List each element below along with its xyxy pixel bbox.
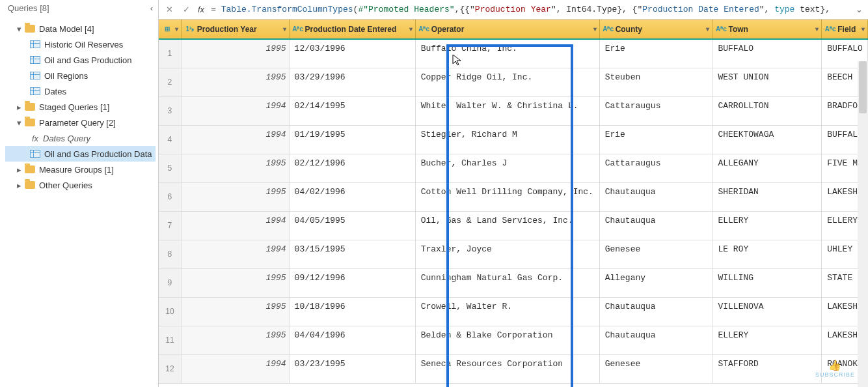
tree-folder[interactable]: ▸Staged Queries [1] xyxy=(5,99,156,115)
cell-operator[interactable]: Oil, Gas & Land Services, Inc. xyxy=(415,211,599,240)
cell-operator[interactable]: Buffalo China, Inc. xyxy=(415,39,599,68)
cell-date[interactable]: 04/02/1996 xyxy=(289,182,415,211)
cell-date[interactable]: 03/23/1995 xyxy=(289,354,415,383)
cell-date[interactable]: 02/12/1996 xyxy=(289,154,415,182)
cell-year[interactable]: 1995 xyxy=(181,182,289,211)
tree-item[interactable]: Oil and Gas Production xyxy=(5,52,156,68)
cell-county[interactable]: Erie xyxy=(599,39,712,68)
cell-operator[interactable]: Bucher, Charles J xyxy=(415,154,599,182)
collapse-sidebar-icon[interactable]: ‹ xyxy=(150,3,153,13)
cell-date[interactable]: 04/05/1995 xyxy=(289,211,415,240)
row-number[interactable]: 2 xyxy=(159,68,181,96)
cell-operator[interactable]: Cotton Well Drilling Company, Inc. xyxy=(415,182,599,211)
table-row[interactable]: 12199403/23/1995Seneca Resources Corpora… xyxy=(159,354,868,383)
datatype-icon[interactable]: Aᴮc xyxy=(716,25,726,34)
cell-town[interactable]: CARROLLTON xyxy=(712,96,822,125)
tree-item[interactable]: Historic Oil Reserves xyxy=(5,36,156,52)
expand-formula-icon[interactable]: ⌄ xyxy=(856,5,863,14)
scroll-thumb[interactable] xyxy=(859,61,867,113)
table-row[interactable]: 2199503/29/1996Copper Ridge Oil, Inc.Ste… xyxy=(159,68,868,96)
table-row[interactable]: 5199502/12/1996Bucher, Charles JCattarau… xyxy=(159,154,868,182)
row-number[interactable]: 6 xyxy=(159,182,181,211)
filter-dropdown-icon[interactable]: ▾ xyxy=(815,25,819,33)
table-row[interactable]: 9199509/12/1996Cunningham Natural Gas Co… xyxy=(159,268,868,297)
cell-operator[interactable]: Traxler, Joyce xyxy=(415,240,599,268)
cell-year[interactable]: 1995 xyxy=(181,268,289,297)
filter-dropdown-icon[interactable]: ▾ xyxy=(283,25,286,33)
cell-town[interactable]: VILLENOVA xyxy=(712,297,822,326)
cell-county[interactable]: Cattaraugus xyxy=(599,96,712,125)
cell-county[interactable]: Chautauqua xyxy=(599,211,712,240)
cell-operator[interactable]: Stiegler, Richard M xyxy=(415,125,599,154)
tree-folder[interactable]: ▾Data Model [4] xyxy=(5,21,156,36)
tree-folder[interactable]: ▾Parameter Query [2] xyxy=(5,115,156,130)
filter-dropdown-icon[interactable]: ▾ xyxy=(861,25,865,33)
column-header-op[interactable]: AᴮcOperator▾ xyxy=(415,20,599,39)
datatype-icon[interactable]: Aᴮc xyxy=(420,25,429,34)
cell-year[interactable]: 1995 xyxy=(181,39,289,68)
cell-county[interactable]: Genesee xyxy=(599,240,712,268)
cell-year[interactable]: 1994 xyxy=(181,211,289,240)
cell-year[interactable]: 1994 xyxy=(181,125,289,154)
cell-town[interactable]: WILLING xyxy=(712,268,822,297)
select-all-corner[interactable]: ⊞▾ xyxy=(159,20,181,39)
cell-date[interactable]: 10/18/1996 xyxy=(289,297,415,326)
fx-icon[interactable]: fx xyxy=(198,5,204,14)
cell-operator[interactable]: White, Walter W. & Christina L. xyxy=(415,96,599,125)
row-number[interactable]: 7 xyxy=(159,211,181,240)
cell-date[interactable]: 02/14/1995 xyxy=(289,96,415,125)
cell-date[interactable]: 04/04/1996 xyxy=(289,326,415,354)
row-number[interactable]: 9 xyxy=(159,268,181,297)
datatype-icon[interactable]: Aᴮc xyxy=(826,25,835,34)
tree-item[interactable]: fxDates Query xyxy=(5,130,156,146)
cell-year[interactable]: 1995 xyxy=(181,68,289,96)
cell-operator[interactable]: Crowell, Walter R. xyxy=(415,297,599,326)
column-header-field[interactable]: AᴮcField▾ xyxy=(822,20,868,39)
filter-dropdown-icon[interactable]: ▾ xyxy=(409,25,413,33)
tree-item[interactable]: Oil and Gas Production Data xyxy=(5,146,156,162)
tree-folder[interactable]: ▸Other Queries xyxy=(5,177,156,193)
cell-year[interactable]: 1995 xyxy=(181,297,289,326)
column-header-year[interactable]: 1²₃Production Year▾ xyxy=(181,20,289,39)
cell-date[interactable]: 03/15/1995 xyxy=(289,240,415,268)
cell-operator[interactable]: Cunningham Natural Gas Corp. xyxy=(415,268,599,297)
cancel-formula-icon[interactable]: ✕ xyxy=(164,5,174,14)
cell-county[interactable]: Chautauqua xyxy=(599,326,712,354)
row-number[interactable]: 5 xyxy=(159,154,181,182)
row-number[interactable]: 11 xyxy=(159,326,181,354)
row-number[interactable]: 8 xyxy=(159,240,181,268)
cell-date[interactable]: 01/19/1995 xyxy=(289,125,415,154)
column-header-county[interactable]: AᴮcCounty▾ xyxy=(599,20,712,39)
cell-town[interactable]: ELLERY xyxy=(712,211,822,240)
formula-text[interactable]: = Table.TransformColumnTypes(#"Promoted … xyxy=(211,5,849,14)
vertical-scrollbar[interactable] xyxy=(858,61,868,387)
row-number[interactable]: 12 xyxy=(159,354,181,383)
column-header-town[interactable]: AᴮcTown▾ xyxy=(712,20,822,39)
cell-county[interactable]: Cattaraugus xyxy=(599,154,712,182)
cell-date[interactable]: 12/03/1996 xyxy=(289,39,415,68)
datatype-icon[interactable]: Aᴮc xyxy=(293,25,303,34)
row-number[interactable]: 3 xyxy=(159,96,181,125)
cell-town[interactable]: LE ROY xyxy=(712,240,822,268)
cell-operator[interactable]: Copper Ridge Oil, Inc. xyxy=(415,68,599,96)
table-row[interactable]: 3199402/14/1995White, Walter W. & Christ… xyxy=(159,96,868,125)
cell-county[interactable]: Allegany xyxy=(599,268,712,297)
cell-county[interactable]: Erie xyxy=(599,125,712,154)
cell-town[interactable]: WEST UNION xyxy=(712,68,822,96)
cell-town[interactable]: ELLERY xyxy=(712,326,822,354)
filter-dropdown-icon[interactable]: ▾ xyxy=(593,25,597,33)
cell-county[interactable]: Chautauqua xyxy=(599,182,712,211)
table-row[interactable]: 1199512/03/1996Buffalo China, Inc.ErieBU… xyxy=(159,39,868,68)
tree-item[interactable]: Oil Regions xyxy=(5,68,156,83)
table-row[interactable]: 6199504/02/1996Cotton Well Drilling Comp… xyxy=(159,182,868,211)
tree-item[interactable]: Dates xyxy=(5,83,156,99)
cell-town[interactable]: BUFFALO xyxy=(712,39,822,68)
cell-year[interactable]: 1994 xyxy=(181,354,289,383)
filter-dropdown-icon[interactable]: ▾ xyxy=(706,25,709,33)
cell-year[interactable]: 1995 xyxy=(181,154,289,182)
cell-county[interactable]: Chautauqua xyxy=(599,297,712,326)
cell-date[interactable]: 09/12/1996 xyxy=(289,268,415,297)
datatype-icon[interactable]: 1²₃ xyxy=(185,25,195,34)
table-row[interactable]: 8199403/15/1995Traxler, JoyceGeneseeLE R… xyxy=(159,240,868,268)
cell-year[interactable]: 1995 xyxy=(181,326,289,354)
